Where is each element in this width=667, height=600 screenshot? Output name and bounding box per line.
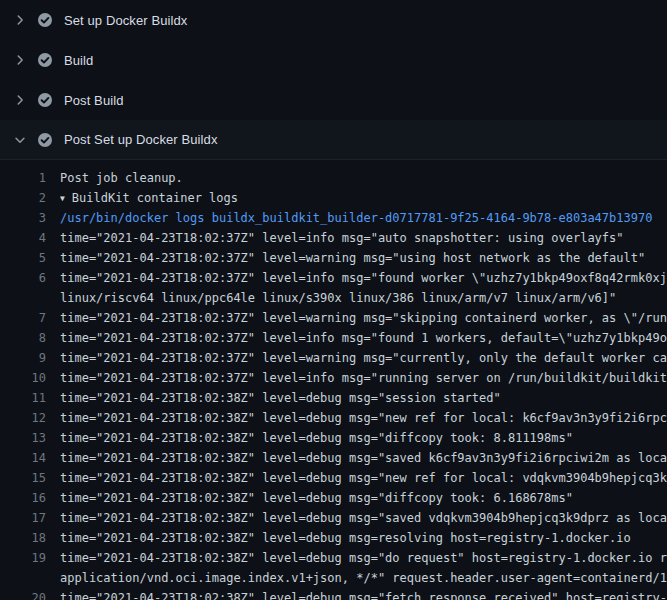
log-line-number[interactable]: 16 xyxy=(0,488,46,508)
step-section-label: Post Build xyxy=(64,93,124,108)
log-line-text: application/vnd.oci.image.index.v1+json,… xyxy=(60,568,667,588)
log-line-number[interactable]: 4 xyxy=(0,228,46,248)
step-section-set-up-docker-buildx[interactable]: Set up Docker Buildx xyxy=(0,0,667,40)
log-line-text: time="2021-04-23T18:02:38Z" level=debug … xyxy=(60,548,667,568)
log-line-text: time="2021-04-23T18:02:38Z" level=debug … xyxy=(60,528,667,548)
log-line: 9 time="2021-04-23T18:02:37Z" level=warn… xyxy=(0,348,667,368)
log-line-number[interactable]: 13 xyxy=(0,428,46,448)
log-line-text: time="2021-04-23T18:02:37Z" level=info m… xyxy=(60,228,667,248)
step-section-label: Set up Docker Buildx xyxy=(64,13,187,28)
check-circle-icon xyxy=(37,132,53,148)
log-line-text: ▼BuildKit container logs xyxy=(60,188,667,208)
log-line: 18 time="2021-04-23T18:02:38Z" level=deb… xyxy=(0,528,667,548)
chevron-icon[interactable] xyxy=(12,132,28,148)
log-line: 8 time="2021-04-23T18:02:37Z" level=info… xyxy=(0,328,667,348)
log-line-number[interactable]: 3 xyxy=(0,208,46,228)
log-line: 13 time="2021-04-23T18:02:38Z" level=deb… xyxy=(0,428,667,448)
log-line-number[interactable]: 10 xyxy=(0,368,46,388)
log-line-text: time="2021-04-23T18:02:38Z" level=debug … xyxy=(60,408,667,428)
log-line-number[interactable]: 1 xyxy=(0,168,46,188)
log-line-number[interactable]: 5 xyxy=(0,248,46,268)
log-line: 15 time="2021-04-23T18:02:38Z" level=deb… xyxy=(0,468,667,488)
log-line-number[interactable]: 9 xyxy=(0,348,46,368)
step-section-label: Post Set up Docker Buildx xyxy=(64,132,218,147)
log-line-text: time="2021-04-23T18:02:37Z" level=warnin… xyxy=(60,348,667,368)
log-line-number[interactable]: 17 xyxy=(0,508,46,528)
log-line-text: Post job cleanup. xyxy=(60,168,667,188)
log-line-text: time="2021-04-23T18:02:38Z" level=debug … xyxy=(60,448,667,468)
log-line-number[interactable]: 19 xyxy=(0,548,46,568)
log-line-text: time="2021-04-23T18:02:37Z" level=warnin… xyxy=(60,308,667,328)
log-line: 1 Post job cleanup. xyxy=(0,168,667,188)
check-circle-icon xyxy=(37,92,53,108)
log-line-text: time="2021-04-23T18:02:37Z" level=info m… xyxy=(60,268,667,288)
log-line-number[interactable]: 20 xyxy=(0,588,46,600)
log-line: 10 time="2021-04-23T18:02:37Z" level=inf… xyxy=(0,368,667,388)
log-line: 6 time="2021-04-23T18:02:37Z" level=info… xyxy=(0,268,667,288)
log-line: 5 time="2021-04-23T18:02:37Z" level=warn… xyxy=(0,248,667,268)
log-line-number[interactable]: 14 xyxy=(0,448,46,468)
log-line-number[interactable]: 6 xyxy=(0,268,46,288)
step-section-label: Build xyxy=(64,53,93,68)
log-line-continuation: linux/riscv64 linux/ppc64le linux/s390x … xyxy=(0,288,667,308)
log-line-text: time="2021-04-23T18:02:38Z" level=debug … xyxy=(60,508,667,528)
log-line-number[interactable]: 8 xyxy=(0,328,46,348)
step-section-post-set-up-docker-buildx[interactable]: Post Set up Docker Buildx xyxy=(0,120,667,160)
log-line-text: time="2021-04-23T18:02:38Z" level=debug … xyxy=(60,468,667,488)
log-line-text: time="2021-04-23T18:02:38Z" level=debug … xyxy=(60,488,667,508)
log-lines: 1 Post job cleanup. 2 ▼BuildKit containe… xyxy=(0,160,667,600)
log-line-number[interactable]: 12 xyxy=(0,408,46,428)
log-line-text: time="2021-04-23T18:02:37Z" level=info m… xyxy=(60,328,667,348)
log-line-text: time="2021-04-23T18:02:37Z" level=info m… xyxy=(60,368,667,388)
log-line-number[interactable]: 7 xyxy=(0,308,46,328)
step-section-build[interactable]: Build xyxy=(0,40,667,80)
chevron-icon[interactable] xyxy=(12,12,28,28)
log-line-text: linux/riscv64 linux/ppc64le linux/s390x … xyxy=(60,288,667,308)
log-line-number[interactable]: 15 xyxy=(0,468,46,488)
group-expand-icon[interactable]: ▼ xyxy=(60,189,65,208)
log-line-number[interactable] xyxy=(0,288,46,308)
log-line: 20 time="2021-04-23T18:02:38Z" level=deb… xyxy=(0,588,667,600)
log-line-text: time="2021-04-23T18:02:38Z" level=debug … xyxy=(60,588,667,600)
log-line-number[interactable]: 2 xyxy=(0,188,46,208)
log-line-number[interactable]: 18 xyxy=(0,528,46,548)
step-sections: Set up Docker Buildx Build Post Buil xyxy=(0,0,667,160)
check-circle-icon xyxy=(37,52,53,68)
log-line: 14 time="2021-04-23T18:02:38Z" level=deb… xyxy=(0,448,667,468)
log-line: 2 ▼BuildKit container logs xyxy=(0,188,667,208)
log-line: 3 /usr/bin/docker logs buildx_buildkit_b… xyxy=(0,208,667,228)
chevron-icon[interactable] xyxy=(12,92,28,108)
step-section-post-build[interactable]: Post Build xyxy=(0,80,667,120)
log-line: 17 time="2021-04-23T18:02:38Z" level=deb… xyxy=(0,508,667,528)
log-line-number[interactable] xyxy=(0,568,46,588)
log-line-text: time="2021-04-23T18:02:37Z" level=warnin… xyxy=(60,248,667,268)
log-line: 11 time="2021-04-23T18:02:38Z" level=deb… xyxy=(0,388,667,408)
log-line: 19 time="2021-04-23T18:02:38Z" level=deb… xyxy=(0,548,667,568)
workflow-log-viewer: Set up Docker Buildx Build Post Buil xyxy=(0,0,667,600)
log-line: 12 time="2021-04-23T18:02:38Z" level=deb… xyxy=(0,408,667,428)
log-line-text: /usr/bin/docker logs buildx_buildkit_bui… xyxy=(60,208,667,228)
log-line-text: time="2021-04-23T18:02:38Z" level=debug … xyxy=(60,388,667,408)
log-line: 7 time="2021-04-23T18:02:37Z" level=warn… xyxy=(0,308,667,328)
log-line-continuation: application/vnd.oci.image.index.v1+json,… xyxy=(0,568,667,588)
chevron-icon[interactable] xyxy=(12,52,28,68)
log-line-number[interactable]: 11 xyxy=(0,388,46,408)
log-line: 16 time="2021-04-23T18:02:38Z" level=deb… xyxy=(0,488,667,508)
check-circle-icon xyxy=(37,12,53,28)
log-line: 4 time="2021-04-23T18:02:37Z" level=info… xyxy=(0,228,667,248)
log-line-text: time="2021-04-23T18:02:38Z" level=debug … xyxy=(60,428,667,448)
